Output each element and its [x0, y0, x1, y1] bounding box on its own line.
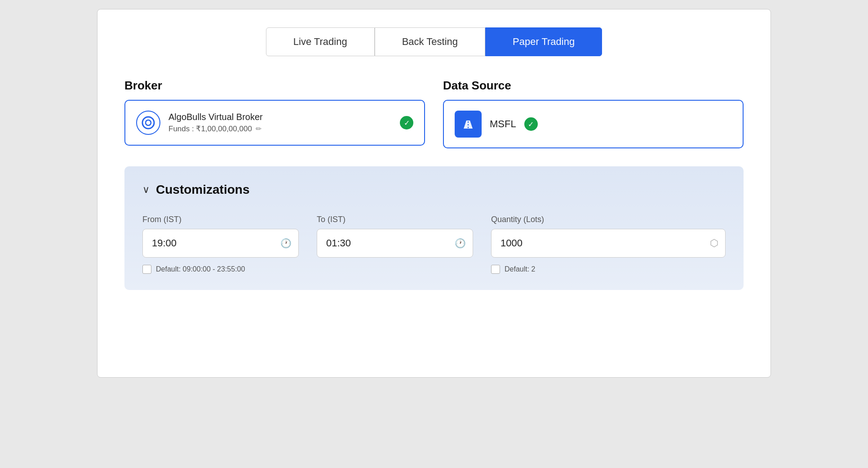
from-ist-input-wrapper: 🕐 [142, 229, 299, 258]
tab-back-testing[interactable]: Back Testing [375, 27, 485, 56]
from-default-text: Default: 09:00:00 - 23:55:00 [156, 265, 245, 273]
svg-point-1 [146, 120, 151, 125]
quantity-default-row: Default: 2 [491, 265, 726, 274]
from-ist-label: From (IST) [142, 215, 299, 224]
customizations-title: Customizations [156, 183, 249, 197]
broker-section: Broker AlgoBulls Virtual Broker Funds : … [124, 79, 425, 146]
quantity-default-checkbox[interactable] [491, 265, 500, 274]
quantity-label: Quantity (Lots) [491, 215, 726, 224]
fields-row: From (IST) 🕐 Default: 09:00:00 - 23:55:0… [142, 215, 726, 274]
quantity-input-wrapper: ⬡ [491, 229, 726, 258]
to-ist-input[interactable] [317, 229, 473, 258]
quantity-input[interactable] [491, 229, 726, 258]
datasource-card: MSFL ✓ [443, 100, 744, 148]
tab-row: Live Trading Back Testing Paper Trading [124, 27, 744, 56]
svg-point-0 [142, 117, 154, 129]
page-container: Live Trading Back Testing Paper Trading … [97, 9, 771, 378]
quantity-default-text: Default: 2 [505, 265, 535, 273]
from-ist-group: From (IST) 🕐 Default: 09:00:00 - 23:55:0… [142, 215, 299, 274]
tab-paper-trading[interactable]: Paper Trading [485, 27, 602, 56]
broker-verified-badge: ✓ [400, 116, 413, 129]
customizations-section: ∨ Customizations From (IST) 🕐 Default: 0… [124, 166, 744, 290]
datasource-label: Data Source [443, 79, 744, 93]
broker-name: AlgoBulls Virtual Broker [168, 112, 392, 122]
from-default-row: Default: 09:00:00 - 23:55:00 [142, 265, 299, 274]
broker-logo-icon [136, 111, 160, 135]
broker-datasource-row: Broker AlgoBulls Virtual Broker Funds : … [124, 79, 744, 148]
broker-funds: Funds : ₹1,00,00,00,000 ✏ [168, 124, 392, 134]
quantity-group: Quantity (Lots) ⬡ Default: 2 [491, 215, 726, 274]
datasource-name: MSFL [490, 118, 516, 130]
from-ist-input[interactable] [142, 229, 299, 258]
to-ist-group: To (IST) 🕐 [317, 215, 473, 258]
msfl-logo-icon [455, 111, 482, 138]
to-ist-input-wrapper: 🕐 [317, 229, 473, 258]
edit-funds-icon[interactable]: ✏ [256, 125, 261, 133]
to-ist-label: To (IST) [317, 215, 473, 224]
broker-info: AlgoBulls Virtual Broker Funds : ₹1,00,0… [168, 112, 392, 134]
chevron-down-icon[interactable]: ∨ [142, 184, 150, 196]
broker-label: Broker [124, 79, 425, 93]
customizations-header: ∨ Customizations [142, 183, 726, 197]
datasource-verified-badge: ✓ [524, 117, 538, 131]
tab-live-trading[interactable]: Live Trading [266, 27, 375, 56]
datasource-section: Data Source MSFL ✓ [443, 79, 744, 148]
broker-card: AlgoBulls Virtual Broker Funds : ₹1,00,0… [124, 100, 425, 146]
from-default-checkbox[interactable] [142, 265, 151, 274]
